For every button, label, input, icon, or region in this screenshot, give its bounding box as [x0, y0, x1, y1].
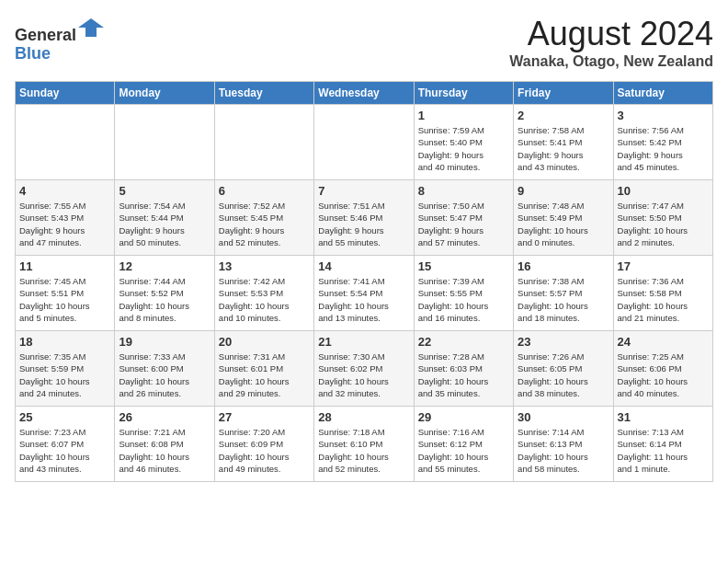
location: Wanaka, Otago, New Zealand [509, 53, 713, 70]
day-number: 31 [618, 410, 709, 424]
day-number: 2 [518, 109, 609, 122]
calendar-cell [314, 105, 414, 180]
day-info: Sunrise: 7:36 AM Sunset: 5:58 PM Dayligh… [618, 275, 709, 324]
day-info: Sunrise: 7:25 AM Sunset: 6:06 PM Dayligh… [618, 350, 709, 399]
day-info: Sunrise: 7:44 AM Sunset: 5:52 PM Dayligh… [119, 275, 210, 324]
day-info: Sunrise: 7:35 AM Sunset: 5:59 PM Dayligh… [19, 350, 110, 399]
day-info: Sunrise: 7:51 AM Sunset: 5:46 PM Dayligh… [318, 200, 409, 248]
day-info: Sunrise: 7:54 AM Sunset: 5:44 PM Dayligh… [119, 200, 210, 248]
calendar-week-1: 1Sunrise: 7:59 AM Sunset: 5:40 PM Daylig… [16, 105, 713, 180]
calendar-cell: 8Sunrise: 7:50 AM Sunset: 5:47 PM Daylig… [414, 180, 513, 256]
calendar-cell: 17Sunrise: 7:36 AM Sunset: 5:58 PM Dayli… [613, 256, 712, 331]
calendar-cell: 21Sunrise: 7:30 AM Sunset: 6:02 PM Dayli… [314, 331, 414, 407]
day-number: 18 [19, 335, 110, 349]
calendar-cell: 3Sunrise: 7:56 AM Sunset: 5:42 PM Daylig… [613, 105, 712, 180]
day-number: 13 [219, 259, 310, 273]
title-block: August 2024 Wanaka, Otago, New Zealand [509, 15, 713, 70]
calendar-cell: 10Sunrise: 7:47 AM Sunset: 5:50 PM Dayli… [613, 180, 712, 256]
day-number: 25 [19, 410, 110, 424]
calendar-cell: 31Sunrise: 7:13 AM Sunset: 6:14 PM Dayli… [613, 407, 712, 482]
calendar-table: SundayMondayTuesdayWednesdayThursdayFrid… [15, 81, 713, 482]
calendar-cell: 11Sunrise: 7:45 AM Sunset: 5:51 PM Dayli… [16, 256, 115, 331]
day-info: Sunrise: 7:45 AM Sunset: 5:51 PM Dayligh… [19, 275, 110, 324]
page-header: General Blue August 2024 Wanaka, Otago, … [15, 15, 713, 70]
calendar-cell: 24Sunrise: 7:25 AM Sunset: 6:06 PM Dayli… [613, 331, 712, 407]
calendar-week-4: 18Sunrise: 7:35 AM Sunset: 5:59 PM Dayli… [16, 331, 713, 407]
day-number: 6 [219, 184, 310, 198]
calendar-week-2: 4Sunrise: 7:55 AM Sunset: 5:43 PM Daylig… [16, 180, 713, 256]
calendar-cell: 6Sunrise: 7:52 AM Sunset: 5:45 PM Daylig… [214, 180, 313, 256]
calendar-cell: 12Sunrise: 7:44 AM Sunset: 5:52 PM Dayli… [115, 256, 214, 331]
day-number: 27 [219, 410, 310, 424]
calendar-cell: 15Sunrise: 7:39 AM Sunset: 5:55 PM Dayli… [414, 256, 513, 331]
weekday-header-sunday: Sunday [16, 82, 115, 105]
calendar-cell: 26Sunrise: 7:21 AM Sunset: 6:08 PM Dayli… [115, 407, 214, 482]
day-info: Sunrise: 7:13 AM Sunset: 6:14 PM Dayligh… [618, 426, 709, 475]
day-number: 26 [119, 410, 210, 424]
day-number: 21 [318, 335, 409, 349]
calendar-cell: 7Sunrise: 7:51 AM Sunset: 5:46 PM Daylig… [314, 180, 414, 256]
weekday-header-thursday: Thursday [414, 82, 513, 105]
day-info: Sunrise: 7:59 AM Sunset: 5:40 PM Dayligh… [418, 124, 509, 173]
calendar-cell: 2Sunrise: 7:58 AM Sunset: 5:41 PM Daylig… [514, 105, 613, 180]
day-info: Sunrise: 7:31 AM Sunset: 6:01 PM Dayligh… [219, 350, 310, 399]
day-info: Sunrise: 7:52 AM Sunset: 5:45 PM Dayligh… [219, 200, 310, 248]
calendar-cell: 16Sunrise: 7:38 AM Sunset: 5:57 PM Dayli… [514, 256, 613, 331]
svg-marker-0 [78, 18, 104, 37]
logo-bird-icon [78, 15, 104, 40]
weekday-header-monday: Monday [115, 82, 214, 105]
day-info: Sunrise: 7:42 AM Sunset: 5:53 PM Dayligh… [219, 275, 310, 324]
day-info: Sunrise: 7:47 AM Sunset: 5:50 PM Dayligh… [618, 200, 709, 248]
day-info: Sunrise: 7:28 AM Sunset: 6:03 PM Dayligh… [418, 350, 509, 399]
day-info: Sunrise: 7:39 AM Sunset: 5:55 PM Dayligh… [418, 275, 509, 324]
day-number: 17 [618, 259, 709, 273]
calendar-cell [214, 105, 313, 180]
weekday-header-wednesday: Wednesday [314, 82, 414, 105]
weekday-header-saturday: Saturday [613, 82, 712, 105]
day-info: Sunrise: 7:58 AM Sunset: 5:41 PM Dayligh… [518, 124, 609, 173]
calendar-cell: 29Sunrise: 7:16 AM Sunset: 6:12 PM Dayli… [414, 407, 513, 482]
day-info: Sunrise: 7:41 AM Sunset: 5:54 PM Dayligh… [318, 275, 409, 324]
day-info: Sunrise: 7:33 AM Sunset: 6:00 PM Dayligh… [119, 350, 210, 399]
calendar-cell: 4Sunrise: 7:55 AM Sunset: 5:43 PM Daylig… [16, 180, 115, 256]
day-number: 9 [518, 184, 609, 198]
day-number: 29 [418, 410, 509, 424]
calendar-cell: 23Sunrise: 7:26 AM Sunset: 6:05 PM Dayli… [514, 331, 613, 407]
month-title: August 2024 [509, 15, 713, 53]
day-number: 12 [119, 259, 210, 273]
day-info: Sunrise: 7:14 AM Sunset: 6:13 PM Dayligh… [518, 426, 609, 475]
calendar-week-3: 11Sunrise: 7:45 AM Sunset: 5:51 PM Dayli… [16, 256, 713, 331]
logo-general: General [15, 26, 76, 44]
day-number: 30 [518, 410, 609, 424]
calendar-body: 1Sunrise: 7:59 AM Sunset: 5:40 PM Daylig… [16, 105, 713, 482]
day-info: Sunrise: 7:56 AM Sunset: 5:42 PM Dayligh… [618, 124, 709, 173]
day-info: Sunrise: 7:16 AM Sunset: 6:12 PM Dayligh… [418, 426, 509, 475]
day-number: 23 [518, 335, 609, 349]
day-number: 11 [19, 259, 110, 273]
day-number: 4 [19, 184, 110, 198]
weekday-header-friday: Friday [514, 82, 613, 105]
logo: General Blue [15, 15, 104, 63]
calendar-cell: 28Sunrise: 7:18 AM Sunset: 6:10 PM Dayli… [314, 407, 414, 482]
day-info: Sunrise: 7:55 AM Sunset: 5:43 PM Dayligh… [19, 200, 110, 248]
day-number: 15 [418, 259, 509, 273]
day-number: 1 [418, 109, 509, 122]
day-info: Sunrise: 7:50 AM Sunset: 5:47 PM Dayligh… [418, 200, 509, 248]
weekday-header-row: SundayMondayTuesdayWednesdayThursdayFrid… [16, 82, 713, 105]
day-info: Sunrise: 7:21 AM Sunset: 6:08 PM Dayligh… [119, 426, 210, 475]
calendar-cell: 18Sunrise: 7:35 AM Sunset: 5:59 PM Dayli… [16, 331, 115, 407]
calendar-cell [115, 105, 214, 180]
calendar-cell: 30Sunrise: 7:14 AM Sunset: 6:13 PM Dayli… [514, 407, 613, 482]
calendar-cell: 25Sunrise: 7:23 AM Sunset: 6:07 PM Dayli… [16, 407, 115, 482]
calendar-cell: 22Sunrise: 7:28 AM Sunset: 6:03 PM Dayli… [414, 331, 513, 407]
day-number: 20 [219, 335, 310, 349]
day-number: 16 [518, 259, 609, 273]
day-info: Sunrise: 7:26 AM Sunset: 6:05 PM Dayligh… [518, 350, 609, 399]
day-number: 24 [618, 335, 709, 349]
day-info: Sunrise: 7:20 AM Sunset: 6:09 PM Dayligh… [219, 426, 310, 475]
day-number: 10 [618, 184, 709, 198]
calendar-cell: 27Sunrise: 7:20 AM Sunset: 6:09 PM Dayli… [214, 407, 313, 482]
day-info: Sunrise: 7:48 AM Sunset: 5:49 PM Dayligh… [518, 200, 609, 248]
weekday-header-tuesday: Tuesday [214, 82, 313, 105]
day-number: 7 [318, 184, 409, 198]
